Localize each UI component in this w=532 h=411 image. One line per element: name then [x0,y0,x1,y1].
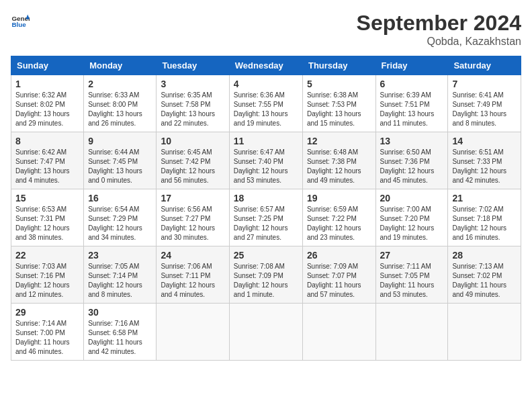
day-info: Sunrise: 6:36 AM Sunset: 7:55 PM Dayligh… [234,91,288,127]
weekday-header: Saturday [448,56,521,75]
location: Qobda, Kazakhstan [357,36,521,48]
day-info: Sunrise: 6:45 AM Sunset: 7:42 PM Dayligh… [161,148,215,184]
weekday-header: Friday [375,56,448,75]
day-info: Sunrise: 7:11 AM Sunset: 7:05 PM Dayligh… [380,263,435,298]
day-number: 11 [234,136,298,146]
calendar-cell: 7Sunrise: 6:41 AM Sunset: 7:49 PM Daylig… [448,75,521,132]
title-block: September 2024 Qobda, Kazakhstan [357,11,521,48]
day-number: 26 [307,250,371,261]
day-number: 19 [307,193,371,203]
day-info: Sunrise: 6:53 AM Sunset: 7:31 PM Dayligh… [15,205,70,241]
day-info: Sunrise: 7:08 AM Sunset: 7:09 PM Dayligh… [234,263,288,298]
svg-text:Blue: Blue [11,21,26,28]
calendar-cell: 23Sunrise: 7:05 AM Sunset: 7:14 PM Dayli… [84,246,157,304]
day-number: 21 [452,193,517,203]
calendar-cell: 17Sunrise: 6:56 AM Sunset: 7:27 PM Dayli… [157,189,229,246]
calendar-cell: 16Sunrise: 6:54 AM Sunset: 7:29 PM Dayli… [84,189,157,246]
day-info: Sunrise: 7:14 AM Sunset: 7:00 PM Dayligh… [15,320,70,355]
calendar-cell: 18Sunrise: 6:57 AM Sunset: 7:25 PM Dayli… [229,189,302,246]
day-number: 12 [307,136,371,146]
calendar-cell: 30Sunrise: 7:16 AM Sunset: 6:58 PM Dayli… [84,304,157,361]
calendar-cell: 29Sunrise: 7:14 AM Sunset: 7:00 PM Dayli… [11,304,84,361]
day-number: 30 [88,307,152,318]
calendar-cell: 28Sunrise: 7:13 AM Sunset: 7:02 PM Dayli… [448,246,521,304]
day-number: 3 [161,79,224,89]
day-info: Sunrise: 7:06 AM Sunset: 7:11 PM Dayligh… [161,263,215,298]
calendar-cell: 6Sunrise: 6:39 AM Sunset: 7:51 PM Daylig… [375,75,448,132]
calendar-cell: 3Sunrise: 6:35 AM Sunset: 7:58 PM Daylig… [157,75,229,132]
day-info: Sunrise: 7:03 AM Sunset: 7:16 PM Dayligh… [15,263,70,298]
day-info: Sunrise: 7:13 AM Sunset: 7:02 PM Dayligh… [452,263,506,298]
calendar-cell: 8Sunrise: 6:42 AM Sunset: 7:47 PM Daylig… [11,132,84,189]
day-number: 22 [15,250,79,261]
calendar-cell: 5Sunrise: 6:38 AM Sunset: 7:53 PM Daylig… [302,75,375,132]
day-info: Sunrise: 6:54 AM Sunset: 7:29 PM Dayligh… [88,205,142,241]
day-number: 23 [88,250,152,261]
day-info: Sunrise: 7:02 AM Sunset: 7:18 PM Dayligh… [452,205,506,241]
calendar-cell: 19Sunrise: 6:59 AM Sunset: 7:22 PM Dayli… [302,189,375,246]
calendar-cell: 4Sunrise: 6:36 AM Sunset: 7:55 PM Daylig… [229,75,302,132]
day-number: 7 [452,79,517,89]
day-info: Sunrise: 7:16 AM Sunset: 6:58 PM Dayligh… [88,320,142,355]
calendar-cell [157,304,229,361]
day-number: 5 [307,79,371,89]
day-number: 24 [161,250,224,261]
calendar-cell: 24Sunrise: 7:06 AM Sunset: 7:11 PM Dayli… [157,246,229,304]
calendar-cell: 22Sunrise: 7:03 AM Sunset: 7:16 PM Dayli… [11,246,84,304]
day-info: Sunrise: 6:38 AM Sunset: 7:53 PM Dayligh… [307,91,361,127]
page-header: General Blue September 2024 Qobda, Kazak… [11,11,521,48]
day-number: 13 [380,136,444,146]
day-number: 27 [380,250,444,261]
calendar-cell [229,304,302,361]
calendar-cell: 27Sunrise: 7:11 AM Sunset: 7:05 PM Dayli… [375,246,448,304]
day-number: 15 [15,193,79,203]
day-number: 6 [380,79,444,89]
day-info: Sunrise: 6:57 AM Sunset: 7:25 PM Dayligh… [234,205,288,241]
day-number: 28 [452,250,517,261]
day-info: Sunrise: 6:51 AM Sunset: 7:33 PM Dayligh… [452,148,506,184]
day-info: Sunrise: 6:44 AM Sunset: 7:45 PM Dayligh… [88,148,142,184]
calendar-cell: 9Sunrise: 6:44 AM Sunset: 7:45 PM Daylig… [84,132,157,189]
calendar-cell: 11Sunrise: 6:47 AM Sunset: 7:40 PM Dayli… [229,132,302,189]
day-number: 25 [234,250,298,261]
calendar-cell [448,304,521,361]
day-info: Sunrise: 7:05 AM Sunset: 7:14 PM Dayligh… [88,263,142,298]
day-number: 14 [452,136,517,146]
day-number: 16 [88,193,152,203]
calendar-cell: 12Sunrise: 6:48 AM Sunset: 7:38 PM Dayli… [302,132,375,189]
day-info: Sunrise: 6:35 AM Sunset: 7:58 PM Dayligh… [161,91,215,127]
day-info: Sunrise: 6:33 AM Sunset: 8:00 PM Dayligh… [88,91,142,127]
calendar-cell: 10Sunrise: 6:45 AM Sunset: 7:42 PM Dayli… [157,132,229,189]
weekday-header: Thursday [302,56,375,75]
day-number: 1 [15,79,79,89]
day-number: 20 [380,193,444,203]
calendar-cell [302,304,375,361]
calendar-cell: 26Sunrise: 7:09 AM Sunset: 7:07 PM Dayli… [302,246,375,304]
calendar-cell: 25Sunrise: 7:08 AM Sunset: 7:09 PM Dayli… [229,246,302,304]
day-number: 2 [88,79,152,89]
day-info: Sunrise: 6:32 AM Sunset: 8:02 PM Dayligh… [15,91,70,127]
calendar-cell: 1Sunrise: 6:32 AM Sunset: 8:02 PM Daylig… [11,75,84,132]
day-info: Sunrise: 6:41 AM Sunset: 7:49 PM Dayligh… [452,91,506,127]
day-number: 17 [161,193,224,203]
day-number: 9 [88,136,152,146]
month-title: September 2024 [357,11,521,36]
day-info: Sunrise: 6:48 AM Sunset: 7:38 PM Dayligh… [307,148,361,184]
calendar-cell: 13Sunrise: 6:50 AM Sunset: 7:36 PM Dayli… [375,132,448,189]
day-number: 8 [15,136,79,146]
day-info: Sunrise: 7:09 AM Sunset: 7:07 PM Dayligh… [307,263,361,298]
calendar-cell: 15Sunrise: 6:53 AM Sunset: 7:31 PM Dayli… [11,189,84,246]
day-number: 4 [234,79,298,89]
day-info: Sunrise: 6:56 AM Sunset: 7:27 PM Dayligh… [161,205,215,241]
calendar-cell: 2Sunrise: 6:33 AM Sunset: 8:00 PM Daylig… [84,75,157,132]
day-info: Sunrise: 6:42 AM Sunset: 7:47 PM Dayligh… [15,148,70,184]
logo: General Blue [11,11,30,30]
logo-icon: General Blue [11,11,30,30]
calendar-cell [375,304,448,361]
calendar-cell: 21Sunrise: 7:02 AM Sunset: 7:18 PM Dayli… [448,189,521,246]
weekday-header: Tuesday [157,56,229,75]
day-info: Sunrise: 6:59 AM Sunset: 7:22 PM Dayligh… [307,205,361,241]
calendar-cell: 20Sunrise: 7:00 AM Sunset: 7:20 PM Dayli… [375,189,448,246]
day-info: Sunrise: 6:50 AM Sunset: 7:36 PM Dayligh… [380,148,435,184]
day-info: Sunrise: 6:39 AM Sunset: 7:51 PM Dayligh… [380,91,435,127]
